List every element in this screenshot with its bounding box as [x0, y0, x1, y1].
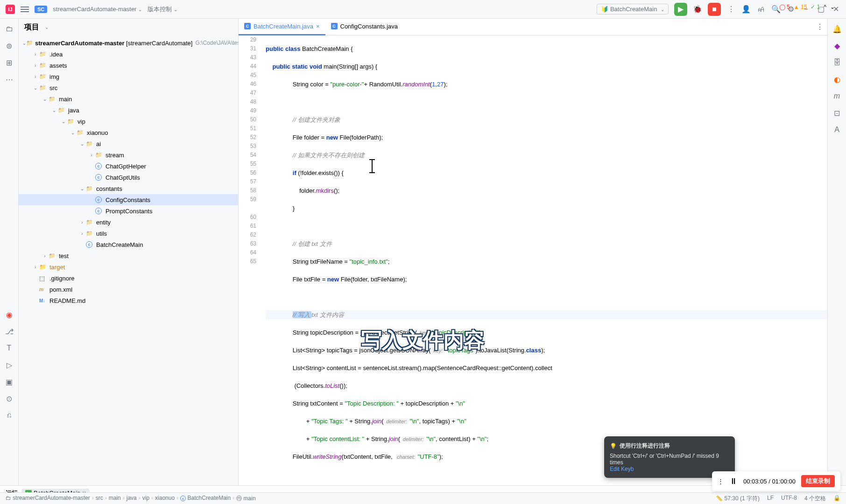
tree-java[interactable]: ⌄java — [19, 105, 238, 116]
tree-main[interactable]: ⌄main — [19, 93, 238, 105]
line-sep[interactable]: LF — [767, 495, 774, 503]
lightbulb-icon: 💡 — [610, 443, 617, 449]
project-tool-icon[interactable]: 🗀 — [5, 24, 14, 34]
video-subtitle: 写入文件内容 — [361, 327, 485, 354]
tree-ai[interactable]: ⌄ai — [19, 138, 238, 149]
pause-record-icon[interactable]: ⏸ — [729, 476, 738, 486]
gutter: 29 31 43 44 45 46 47 48 49 50 51 52 53 5… — [239, 35, 262, 485]
tree-gitignore[interactable]: ⬚.gitignore — [19, 273, 238, 284]
vcs-tool-icon[interactable]: ⎌ — [5, 411, 14, 420]
notif-icon[interactable]: 🔔 — [832, 24, 842, 34]
codewith-icon[interactable]: 👤 — [741, 5, 751, 14]
tree-chatgpthelper[interactable]: ChatGptHelper — [19, 161, 238, 172]
stop-record-button[interactable]: 结束录制 — [801, 475, 835, 487]
tree-promptconstants[interactable]: PromptConstants — [19, 205, 238, 217]
lock-icon[interactable]: 🔒 — [833, 495, 840, 503]
debug-button[interactable]: 🐞 — [693, 5, 702, 14]
more-icon[interactable]: ⋮ — [726, 5, 736, 14]
tree-root[interactable]: ⌄ streamerCardAutomate-master [streamerC… — [19, 37, 238, 49]
right-tool-6[interactable]: A — [832, 125, 842, 134]
close-tab-icon[interactable]: × — [316, 23, 320, 30]
tree-idea[interactable]: ›.idea — [19, 49, 238, 60]
vcs-dropdown[interactable]: 版本控制⌄ — [148, 5, 177, 14]
right-tool-5[interactable]: ⊡ — [832, 108, 842, 118]
translate-icon[interactable]: 🗚 — [756, 5, 766, 14]
red-tool-icon[interactable]: ◉ — [5, 310, 14, 319]
run-config-selector[interactable]: 🔰 BatchCreateMain ⌄ — [597, 4, 669, 14]
cursor-pos: 📏 57:30 (1 字符) — [716, 495, 760, 503]
t-tool-icon[interactable]: T — [5, 343, 14, 353]
issues-indicator[interactable]: ◯ 5 ▲ 15 ✓ 1 ^⌄ — [779, 4, 835, 10]
branch-tool-icon[interactable]: ⎇ — [5, 327, 14, 336]
main-menu-icon[interactable] — [21, 5, 29, 14]
tree-utils[interactable]: ›utils — [19, 228, 238, 239]
encoding[interactable]: UTF-8 — [781, 495, 797, 503]
right-tool-1[interactable]: ◆ — [832, 41, 842, 50]
tab-batchcreatemain[interactable]: CBatchCreateMain.java× — [239, 19, 325, 35]
code-content[interactable]: public class BatchCreateMain { public st… — [262, 35, 827, 485]
project-name[interactable]: streamerCardAutomate-master⌄ — [53, 6, 142, 13]
tree-readme[interactable]: M↓README.md — [19, 295, 238, 306]
tree-vip[interactable]: ⌄vip — [19, 116, 238, 127]
project-tree[interactable]: ⌄ streamerCardAutomate-master [streamerC… — [19, 35, 238, 485]
tree-test[interactable]: ›test — [19, 250, 238, 261]
tree-entity[interactable]: ›entity — [19, 217, 238, 228]
tree-cosntants[interactable]: ⌄cosntants — [19, 183, 238, 194]
right-tool-2[interactable]: 🗄 — [832, 58, 842, 67]
play-tool-icon[interactable]: ▷ — [5, 360, 14, 370]
run-button[interactable]: ▶ — [674, 3, 687, 16]
tree-assets[interactable]: ›assets — [19, 60, 238, 71]
tree-xiaonuo[interactable]: ⌄xiaonuo — [19, 127, 238, 138]
tree-chatgptutils[interactable]: ChatGptUtils — [19, 172, 238, 183]
project-badge[interactable]: SC — [35, 6, 47, 13]
more-tools-icon[interactable]: ⋯ — [5, 75, 14, 84]
right-tool-4[interactable]: m — [832, 91, 842, 101]
app-logo: IJ — [6, 5, 15, 14]
tab-configconstants[interactable]: CConfigConstants.java — [325, 19, 404, 35]
recording-bar: ⋮ ⏸ 00:03:05 / 01:00:00 结束录制 — [712, 471, 840, 491]
stop-button[interactable]: ■ — [708, 3, 721, 16]
breadcrumb[interactable]: 🗀 streamerCardAutomate-master› src› main… — [6, 495, 256, 503]
tree-pomxml[interactable]: mpom.xml — [19, 284, 238, 295]
structure-tool-icon[interactable]: ⊞ — [5, 58, 14, 67]
problems-tool-icon[interactable]: ⊙ — [5, 394, 14, 403]
tree-configconstants[interactable]: ConfigConstants — [19, 194, 238, 205]
code-editor[interactable]: 29 31 43 44 45 46 47 48 49 50 51 52 53 5… — [239, 35, 827, 485]
project-panel-title: 项目 — [24, 22, 39, 32]
tree-target[interactable]: ›target — [19, 261, 238, 273]
tab-menu-icon[interactable]: ⋮ — [818, 22, 827, 32]
indent[interactable]: 4 个空格 — [804, 495, 826, 503]
record-settings-icon[interactable]: ⋮ — [718, 478, 724, 485]
tree-img[interactable]: ›img — [19, 71, 238, 82]
right-tool-3[interactable]: ◐ — [832, 75, 842, 84]
tree-stream[interactable]: ›stream — [19, 149, 238, 161]
commit-tool-icon[interactable]: ⊚ — [5, 41, 14, 50]
tree-src[interactable]: ⌄src — [19, 82, 238, 93]
edit-keyb-link[interactable]: Edit Keyb — [610, 466, 634, 472]
tree-batchcreatemain[interactable]: BatchCreateMain — [19, 239, 238, 250]
terminal-tool-icon[interactable]: ▣ — [5, 377, 14, 386]
record-time: 00:03:05 / 01:00:00 — [743, 478, 796, 485]
